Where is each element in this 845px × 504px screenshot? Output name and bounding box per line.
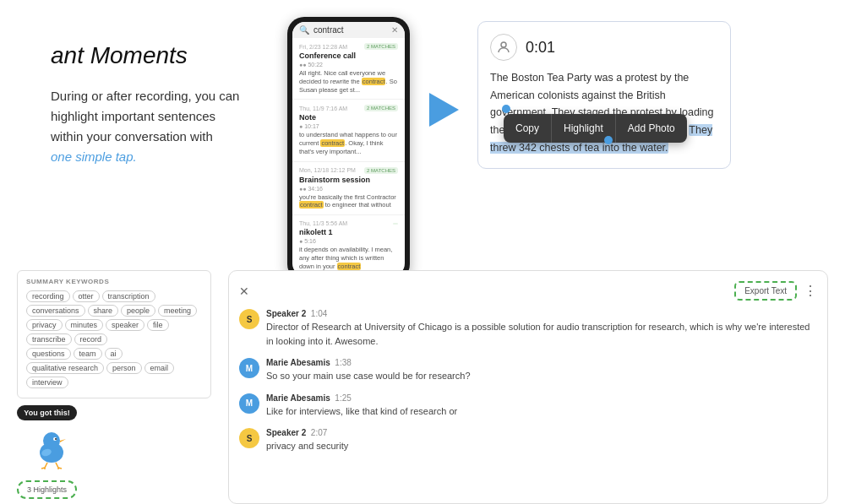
keyword-tag[interactable]: qualitative research [26,362,104,374]
keyword-tag[interactable]: interview [26,377,68,388]
keyword-tag[interactable]: share [88,305,119,317]
speaker-name: Marie Abesamis [266,393,330,403]
keyword-tag[interactable]: questions [26,348,71,360]
item-text: you're basically the first Contractor co… [299,193,398,210]
top-section: ant Moments During or after recording, y… [0,0,845,262]
highlights-badge[interactable]: 3 Highlights [17,480,77,499]
speaker-text: privacy and security [266,439,348,453]
svg-marker-3 [60,439,66,442]
svg-line-10 [56,463,58,468]
item-badge: 2 MATCHES [364,105,398,111]
speaker-name: Speaker 2 [266,428,306,437]
speaker-text: So so your main use case would be for re… [266,369,471,383]
transcript-header: ✕ Export Text ⋮ [239,281,817,301]
reader-time: 0:01 [526,39,555,57]
close-icon[interactable]: ✕ [391,25,398,35]
speaker-content: Marie Abesamis 1:25 Like for interviews,… [266,393,457,419]
item-badge [393,223,398,225]
copy-button[interactable]: Copy [504,114,552,143]
context-menu: Copy Highlight Add Photo [504,114,687,143]
transcript-entry: S Speaker 2 1:04 Director of Research at… [239,309,817,348]
speaker-name-time: Marie Abesamis 1:38 [266,358,471,367]
arrow-right-icon [429,93,459,127]
keyword-tag[interactable]: file [147,319,169,331]
keyword-tag[interactable]: team [74,348,102,360]
phone-frame: 🔍 contract ✕ Fri, 2/23 12:28 AM 2 MATCHE… [287,17,410,281]
item-meta: ● 10:17 [299,123,398,129]
chat-bubble: You got this! [17,405,76,420]
keyword-tag[interactable]: meeting [158,305,197,317]
left-panel: SUMMARY KEYWORDS recording otter transcr… [17,270,211,504]
keyword-tag[interactable]: privacy [26,319,63,331]
speaker-content: Speaker 2 1:04 Director of Research at U… [266,309,817,348]
svg-point-2 [43,432,60,449]
keywords-title: SUMMARY KEYWORDS [26,278,202,285]
search-icon: 🔍 [299,25,309,35]
item-badge: 2 MATCHES [364,43,398,50]
item-title: Brainstorm session [299,176,398,184]
speaker-name-time: Speaker 2 2:07 [266,428,348,437]
keyword-tag[interactable]: record [74,333,108,345]
mascot-icon [28,424,74,476]
highlights-label: 3 Highlights [27,485,67,494]
keyword-tag[interactable]: person [106,362,142,374]
close-icon[interactable]: ✕ [239,285,249,298]
mascot-area: You got this! [17,405,211,504]
item-meta: ● 5:16 [299,238,398,244]
desc-line2: highlight important sentences [51,109,215,123]
keyword-tag[interactable]: transcribe [26,333,72,345]
item-title: Conference call [299,51,398,60]
arrow-wrapper [410,93,477,127]
intro-text: ant Moments During or after recording, y… [17,8,287,167]
svg-line-7 [45,463,47,468]
avatar: S [239,309,259,329]
reader-card: 0:01 The Boston Tea Party was a protest … [477,21,731,169]
keyword-tag[interactable]: people [121,305,155,317]
avatar [490,34,517,61]
svg-point-0 [501,42,506,47]
speaker-text: Like for interviews, like that kind of r… [266,404,457,419]
transcript-panel: ✕ Export Text ⋮ S Speaker 2 1:04 Directo… [228,270,828,504]
avatar: M [239,358,259,378]
desc-line3: within your conversation with [51,129,213,144]
speaker-name: Marie Abesamis [266,358,330,367]
phone-screen: 🔍 contract ✕ Fri, 2/23 12:28 AM 2 MATCHE… [292,22,405,276]
keyword-tag[interactable]: otter [73,290,100,302]
desc-line1: During or after recording, you can [51,89,239,103]
speaker-name-time: Marie Abesamis 1:25 [266,393,457,403]
list-item[interactable]: Thu, 11/3 5:56 AM nikolett 1 ● 5:16 it d… [292,215,405,276]
speaker-time: 1:38 [335,358,351,367]
more-options-icon[interactable]: ⋮ [804,283,817,299]
keyword-tag[interactable]: speaker [106,319,144,331]
item-meta: ●● 50:22 [299,62,398,68]
search-text: contract [313,25,387,35]
speaker-content: Marie Abesamis 1:38 So so your main use … [266,358,471,383]
keyword-tag[interactable]: conversations [26,305,85,317]
speaker-content: Speaker 2 2:07 privacy and security [266,428,348,453]
keyword-tag[interactable]: email [144,362,175,374]
item-date: Mon, 12/18 12:12 PM [299,167,356,173]
item-title: nikolett 1 [299,228,398,236]
list-item[interactable]: Mon, 12/18 12:12 PM 2 MATCHES Brainstorm… [292,162,405,216]
keyword-tag[interactable]: transcription [102,290,155,302]
phone-list: Fri, 2/23 12:28 AM 2 MATCHES Conference … [292,38,405,276]
keyword-tag[interactable]: ai [105,348,123,360]
transcript-entry: M Marie Abesamis 1:25 Like for interview… [239,393,817,419]
bottom-section: SUMMARY KEYWORDS recording otter transcr… [0,262,845,504]
list-item[interactable]: Thu, 11/9 7:16 AM 2 MATCHES Note ● 10:17… [292,100,405,161]
description: During or after recording, you can highl… [51,86,287,167]
speaker-time: 2:07 [311,428,327,437]
item-title: Note [299,113,398,122]
add-photo-button[interactable]: Add Photo [616,114,687,143]
reader-header: 0:01 [490,34,718,61]
keyword-tag[interactable]: recording [26,290,70,302]
speaker-name: Speaker 2 [266,309,306,318]
phone-search-bar[interactable]: 🔍 contract ✕ [292,22,405,38]
export-text-button[interactable]: Export Text [734,281,797,301]
keyword-tag[interactable]: minutes [65,319,104,331]
keywords-row-1: recording otter transcription conversati… [26,290,202,345]
reader-body: The Boston Tea Party was a protest by th… [490,69,718,156]
item-date: Fri, 2/23 12:28 AM [299,44,347,50]
speaker-time: 1:25 [335,393,351,403]
list-item[interactable]: Fri, 2/23 12:28 AM 2 MATCHES Conference … [292,38,405,100]
